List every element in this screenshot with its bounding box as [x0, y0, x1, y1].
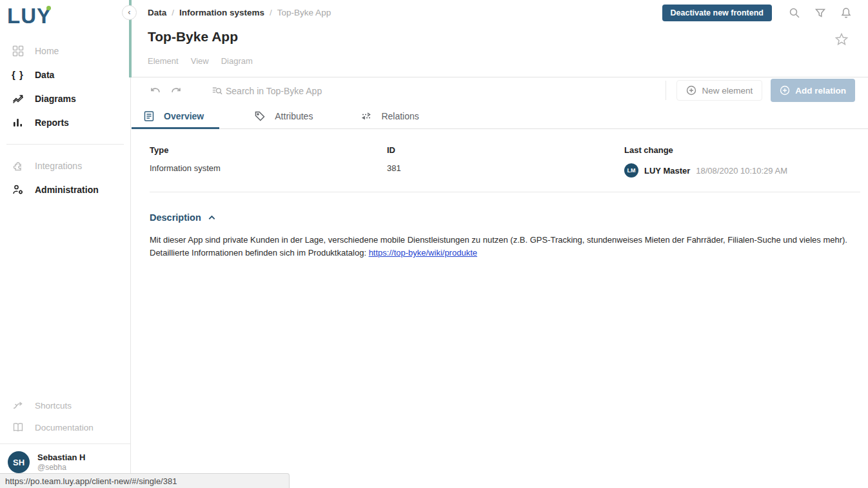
- sidebar-item-label: Integrations: [35, 161, 82, 171]
- field-id: ID 381: [387, 145, 624, 178]
- line-chart-icon: [12, 92, 24, 105]
- chevron-up-icon: [208, 214, 216, 222]
- redo-icon[interactable]: [170, 85, 182, 97]
- sidebar-item-diagrams[interactable]: Diagrams: [0, 86, 130, 110]
- sidebar-item-data[interactable]: { } Data: [0, 63, 130, 86]
- avatar: SH: [8, 451, 30, 473]
- avatar: LM: [624, 163, 638, 178]
- swap-arrows-icon: [360, 110, 372, 122]
- subtab-element[interactable]: Element: [148, 56, 179, 66]
- footer-item-label: Documentation: [35, 423, 94, 432]
- bell-icon[interactable]: [840, 6, 853, 19]
- search-list-icon: [211, 85, 223, 97]
- favorite-star-icon[interactable]: [834, 32, 849, 46]
- section-divider: [150, 192, 860, 192]
- deactivate-frontend-button[interactable]: Deactivate new frontend: [662, 5, 772, 21]
- sidebar-divider: [6, 144, 124, 145]
- description-link[interactable]: https://top-byke/wiki/produkte: [369, 248, 477, 258]
- tag-icon: [254, 110, 266, 122]
- tab-overview[interactable]: Overview: [132, 104, 219, 128]
- breadcrumb-information-systems[interactable]: Information systems: [179, 8, 264, 17]
- book-icon: [12, 422, 24, 434]
- subtab-diagram[interactable]: Diagram: [221, 56, 253, 66]
- description-body: Mit dieser App sind private Kunden in de…: [150, 235, 847, 258]
- last-change-user: LUY Master: [644, 166, 690, 176]
- breadcrumb: Data / Information systems / Top-Byke Ap…: [148, 8, 331, 17]
- tab-attributes[interactable]: Attributes: [241, 104, 326, 128]
- breadcrumb-separator: /: [172, 8, 174, 17]
- element-fields: Type Information system ID 381 Last chan…: [150, 145, 860, 178]
- sidebar-item-shortcuts[interactable]: Shortcuts: [0, 394, 130, 416]
- toolbar: New element Add relation: [132, 77, 868, 104]
- field-type: Type Information system: [150, 145, 387, 178]
- sidebar-item-administration[interactable]: Administration: [0, 178, 130, 201]
- subtab-view[interactable]: View: [191, 56, 209, 66]
- sidebar-item-reports[interactable]: Reports: [0, 110, 130, 134]
- chevron-left-icon: ‹: [128, 8, 130, 16]
- description-section-toggle[interactable]: Description: [150, 212, 216, 223]
- user-name: Sebastian H: [37, 452, 85, 462]
- sidebar: LUY Home { } Data Diagrams: [0, 0, 131, 488]
- user-gear-icon: [12, 183, 24, 196]
- description-text: Mit dieser App sind private Kunden in de…: [150, 234, 860, 259]
- luy-logo[interactable]: LUY: [7, 4, 52, 28]
- page-header: Data / Information systems / Top-Byke Ap…: [132, 0, 868, 77]
- breadcrumb-data[interactable]: Data: [148, 8, 166, 17]
- field-value: 381: [387, 163, 624, 173]
- sidebar-item-label: Diagrams: [35, 94, 76, 104]
- field-label: Type: [150, 145, 387, 155]
- filter-icon[interactable]: [814, 6, 827, 19]
- status-url: https://po.team.luy.app/client-new/#/sin…: [5, 476, 177, 486]
- field-value: Information system: [150, 163, 387, 173]
- logo-text: LUY: [7, 4, 52, 28]
- sidebar-nav: Home { } Data Diagrams Reports: [0, 39, 130, 201]
- overview-panel: Type Information system ID 381 Last chan…: [132, 129, 868, 259]
- footer-item-label: Shortcuts: [35, 401, 72, 411]
- breadcrumb-current: Top-Byke App: [277, 8, 331, 17]
- document-icon: [143, 110, 155, 122]
- logo-green-dot: [46, 6, 51, 10]
- puzzle-icon: [12, 159, 24, 172]
- tab-relations[interactable]: Relations: [348, 104, 431, 128]
- sidebar-item-home[interactable]: Home: [0, 39, 130, 63]
- toolbar-divider: [666, 81, 666, 100]
- main-area: Data / Information systems / Top-Byke Ap…: [132, 0, 868, 488]
- page-title: Top-Byke App: [148, 29, 238, 45]
- plus-circle-icon: [780, 85, 790, 96]
- sidebar-item-label: Data: [35, 70, 54, 80]
- sidebar-item-label: Reports: [35, 117, 69, 128]
- sidebar-item-integrations[interactable]: Integrations: [0, 154, 130, 178]
- detail-tabs: Overview Attributes Relations: [132, 104, 868, 129]
- bar-chart-icon: [12, 116, 24, 128]
- search-icon[interactable]: [788, 6, 801, 19]
- field-label: Last change: [624, 145, 860, 155]
- description-title: Description: [150, 212, 201, 223]
- user-profile[interactable]: SH Sebastian H @sebha: [0, 444, 130, 473]
- grid-icon: [12, 45, 24, 57]
- undo-icon[interactable]: [149, 85, 162, 97]
- search-in-element-input[interactable]: [226, 86, 393, 96]
- user-handle: @sebha: [37, 463, 85, 472]
- sidebar-collapse-button[interactable]: ‹: [122, 5, 137, 20]
- element-search: [211, 85, 393, 97]
- breadcrumb-separator: /: [270, 8, 272, 17]
- status-bar: https://po.team.luy.app/client-new/#/sin…: [0, 473, 290, 488]
- sidebar-item-documentation[interactable]: Documentation: [0, 416, 130, 438]
- add-relation-button[interactable]: Add relation: [771, 79, 855, 102]
- new-element-label: New element: [702, 86, 753, 96]
- new-element-button[interactable]: New element: [676, 80, 762, 101]
- branch-icon: [12, 400, 24, 412]
- sidebar-item-label: Home: [35, 46, 59, 56]
- header-actions: Deactivate new frontend: [662, 5, 853, 21]
- tab-label: Overview: [164, 111, 204, 121]
- tab-label: Relations: [381, 111, 419, 121]
- braces-icon: { }: [12, 68, 24, 81]
- field-last-change: Last change LM LUY Master 18/08/2020 10:…: [624, 145, 860, 178]
- toolbar-actions: New element Add relation: [666, 79, 855, 102]
- sidebar-item-label: Administration: [35, 185, 99, 195]
- sidebar-footer: Shortcuts Documentation SH Sebastian H @…: [0, 394, 130, 473]
- last-change-timestamp: 18/08/2020 10:10:29 AM: [696, 166, 787, 176]
- view-subtabs: Element View Diagram: [148, 56, 253, 66]
- plus-circle-icon: [686, 85, 696, 96]
- tab-label: Attributes: [275, 111, 313, 121]
